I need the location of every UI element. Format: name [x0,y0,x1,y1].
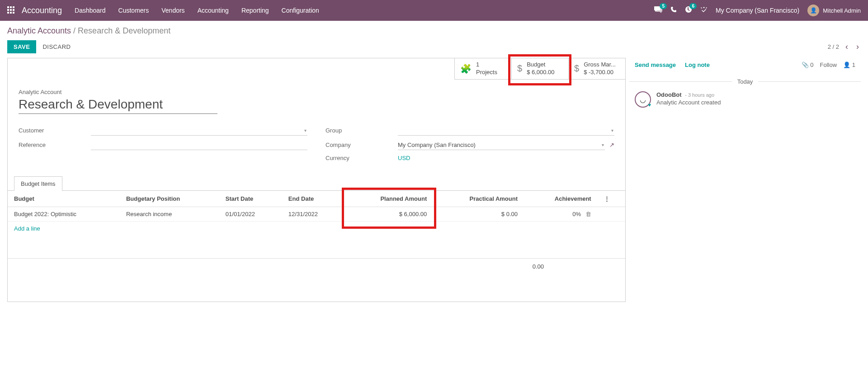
currency-value[interactable]: USD [398,155,410,161]
chatter-message: ◡ ♥ OdooBot - 3 hours ago Analytic Accou… [629,89,861,110]
stat-budget-label: Budget [527,61,545,68]
follow-button[interactable]: Follow [820,61,837,68]
add-line-link[interactable]: Add a line [14,225,40,232]
apps-icon[interactable] [7,6,15,14]
log-note-button[interactable]: Log note [685,61,710,68]
label-company: Company [326,142,398,148]
analytic-account-title-input[interactable] [19,96,217,114]
col-achievement[interactable]: Achievement [524,191,598,207]
cell-budget[interactable]: Budget 2022: Optimistic [8,207,120,221]
stat-gross-margin[interactable]: $ Gross Mar... $ -3,700.00 [568,58,625,80]
avatar: 👤 [807,5,819,16]
stat-budget[interactable]: $ Budget $ 6,000.00 [511,58,568,80]
menu-reporting[interactable]: Reporting [241,7,269,14]
stat-buttons: 🧩 1 Projects $ Budget $ 6,000.00 $ Gross… [8,58,625,80]
cell-start[interactable]: 01/01/2022 [219,207,282,221]
user-name: Mitchell Admin [823,7,861,14]
breadcrumb: Analytic Accounts / Research & Developme… [7,26,861,36]
messages-icon[interactable]: 5 [654,6,662,15]
subheader: Analytic Accounts / Research & Developme… [0,21,868,58]
cell-achievement[interactable]: 0% 🗑 [524,207,598,221]
col-planned[interactable]: Planned Amount [345,191,433,207]
form-panel: 🧩 1 Projects $ Budget $ 6,000.00 $ Gross… [7,58,626,302]
menu-accounting[interactable]: Accounting [198,7,229,14]
label-currency: Currency [326,155,398,161]
stat-gross-label: Gross Mar... [584,61,616,68]
module-title[interactable]: Accounting [22,6,62,15]
company-selector[interactable]: My Company (San Francisco) [716,7,799,14]
label-group: Group [326,127,398,134]
followers-button[interactable]: 👤 1 [843,61,855,68]
col-options[interactable]: ⋮ [598,191,625,207]
top-navbar: Accounting Dashboard Customers Vendors A… [0,0,868,21]
cell-end[interactable]: 12/31/2022 [282,207,345,221]
col-start[interactable]: Start Date [219,191,282,207]
breadcrumb-current: Research & Development [78,26,170,35]
menu-customers[interactable]: Customers [118,7,149,14]
main-menu: Dashboard Customers Vendors Accounting R… [75,7,319,14]
col-budget[interactable]: Budget [8,191,120,207]
budget-items-table: Budget Budgetary Position Start Date End… [8,191,625,236]
stat-projects[interactable]: 🧩 1 Projects [454,58,511,80]
tabs: Budget Items [8,176,625,190]
col-position[interactable]: Budgetary Position [120,191,219,207]
dollar-icon: $ [517,63,522,74]
chatter-date-separator: Today [629,78,861,85]
col-practical[interactable]: Practical Amount [433,191,524,207]
discard-button[interactable]: DISCARD [42,43,71,50]
attachments-button[interactable]: 📎 0 [802,61,814,68]
cell-practical[interactable]: $ 0.00 [433,207,524,221]
trash-icon[interactable]: 🗑 [585,211,591,217]
table-row[interactable]: Budget 2022: Optimistic Research income … [8,207,625,221]
cell-position[interactable]: Research income [120,207,219,221]
menu-vendors[interactable]: Vendors [161,7,184,14]
activities-icon[interactable]: 6 [685,6,692,15]
tab-budget-items[interactable]: Budget Items [14,176,62,191]
menu-dashboard[interactable]: Dashboard [75,7,106,14]
message-text: Analytic Account created [656,99,721,106]
label-reference: Reference [19,142,91,148]
group-input[interactable] [398,126,614,136]
activities-badge: 6 [689,3,697,9]
col-end[interactable]: End Date [282,191,345,207]
message-time: - 3 hours ago [685,92,714,98]
stat-gross-amount: $ -3,700.00 [584,69,616,76]
pager-text[interactable]: 2 / 2 [828,43,839,50]
footer-total: 0.00 [533,263,544,270]
phone-icon[interactable] [670,6,677,14]
send-message-button[interactable]: Send message [635,61,676,68]
pager-prev[interactable]: ‹ [844,42,850,52]
external-link-icon[interactable]: ↗ [609,142,614,148]
chatter-panel: Send message Log note 📎 0 Follow 👤 1 Tod… [629,58,861,302]
dollar-icon: $ [574,63,579,74]
user-menu[interactable]: 👤 Mitchell Admin [807,5,861,16]
save-button[interactable]: SAVE [7,40,36,53]
messages-badge: 5 [660,3,667,9]
breadcrumb-root[interactable]: Analytic Accounts [7,26,71,35]
stat-projects-count: 1 [476,61,479,68]
puzzle-icon: 🧩 [460,63,472,74]
stat-projects-label: Projects [476,69,497,76]
debug-icon[interactable] [700,6,708,15]
company-input[interactable] [398,140,605,150]
pager: 2 / 2 ‹ › [828,42,861,52]
tab-content: Budget Budgetary Position Start Date End… [8,190,625,302]
title-label: Analytic Account [19,89,614,95]
label-customer: Customer [19,127,91,134]
message-author: OdooBot [656,91,682,98]
reference-input[interactable] [91,140,307,150]
stat-budget-amount: $ 6,000.00 [527,69,554,76]
pager-next[interactable]: › [854,42,861,52]
table-footer: 0.00 [8,258,625,274]
cell-planned[interactable]: $ 6,000.00 [345,207,433,221]
customer-input[interactable] [91,126,307,136]
menu-configuration[interactable]: Configuration [282,7,319,14]
odoobot-avatar: ◡ ♥ [635,91,651,108]
